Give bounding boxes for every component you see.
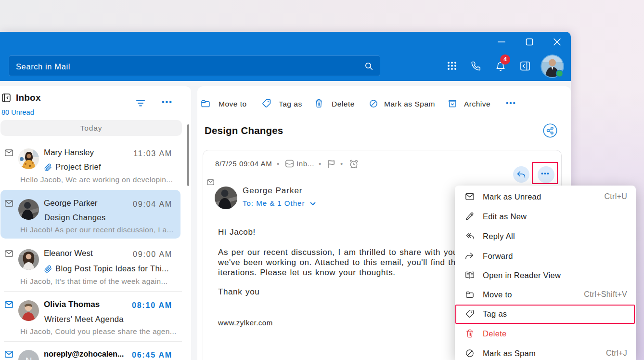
svg-text:N: N [26, 356, 32, 360]
